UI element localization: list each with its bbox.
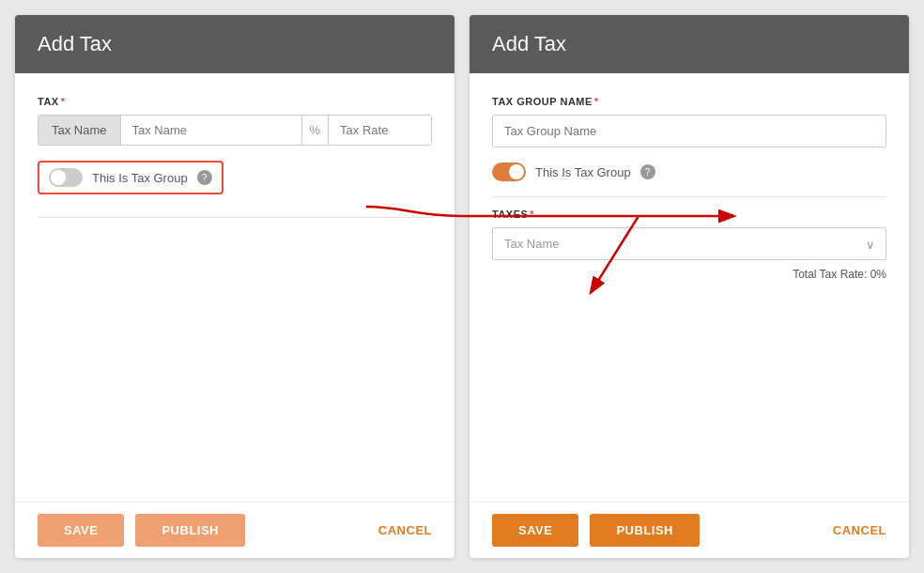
tax-name-input[interactable] <box>121 116 301 145</box>
right-panel: Add Tax TAX GROUP NAME* This Is Tax Grou… <box>470 15 909 558</box>
required-star-taxes: * <box>530 209 534 220</box>
toggle-label-right: This Is Tax Group <box>535 165 631 179</box>
tax-group-name-input[interactable] <box>492 115 886 147</box>
tax-label: TAX* <box>38 96 432 107</box>
left-panel-title: Add Tax <box>38 32 112 55</box>
left-panel-footer: SAVE PUBLISH CANCEL <box>15 502 454 558</box>
toggle-switch-left[interactable] <box>49 168 83 187</box>
percent-symbol: % <box>301 116 330 145</box>
left-panel: Add Tax TAX* Tax Name % This Is Tax Grou… <box>15 15 454 558</box>
right-panel-title: Add Tax <box>492 32 566 55</box>
tax-rate-input[interactable] <box>329 116 432 145</box>
save-button-left[interactable]: SAVE <box>38 514 124 547</box>
toggle-label-left: This Is Tax Group <box>92 171 188 185</box>
toggle-row-left: This Is Tax Group ? <box>38 161 223 194</box>
divider-left <box>38 217 432 218</box>
toggle-switch-right[interactable] <box>492 163 526 181</box>
tax-name-tab: Tax Name <box>38 116 121 145</box>
help-icon-right[interactable]: ? <box>640 164 655 179</box>
cancel-button-left[interactable]: CANCEL <box>378 523 432 537</box>
right-panel-header: Add Tax <box>470 15 909 73</box>
required-star-right: * <box>594 96 599 107</box>
left-panel-body: TAX* Tax Name % This Is Tax Group ? <box>15 73 454 502</box>
save-button-right[interactable]: SAVE <box>492 514 578 547</box>
tax-name-select[interactable]: Tax Name <box>492 227 886 260</box>
toggle-row-right: This Is Tax Group ? <box>492 163 886 181</box>
cancel-button-right[interactable]: CANCEL <box>833 523 886 537</box>
tax-row: Tax Name % <box>38 115 432 146</box>
taxes-label: TAXES* <box>492 209 886 220</box>
publish-button-left[interactable]: PUBLISH <box>135 514 245 547</box>
help-icon-left[interactable]: ? <box>197 170 212 185</box>
publish-button-right[interactable]: PUBLISH <box>590 514 700 547</box>
tax-name-select-wrapper: Tax Name <box>492 227 886 260</box>
divider-right <box>492 196 886 197</box>
tax-group-name-label: TAX GROUP NAME* <box>492 96 886 107</box>
right-panel-footer: SAVE PUBLISH CANCEL <box>470 502 909 558</box>
total-tax-rate: Total Tax Rate: 0% <box>492 268 886 281</box>
right-panel-body: TAX GROUP NAME* This Is Tax Group ? TAXE… <box>470 73 909 502</box>
left-panel-header: Add Tax <box>15 15 454 73</box>
required-star: * <box>61 96 66 107</box>
